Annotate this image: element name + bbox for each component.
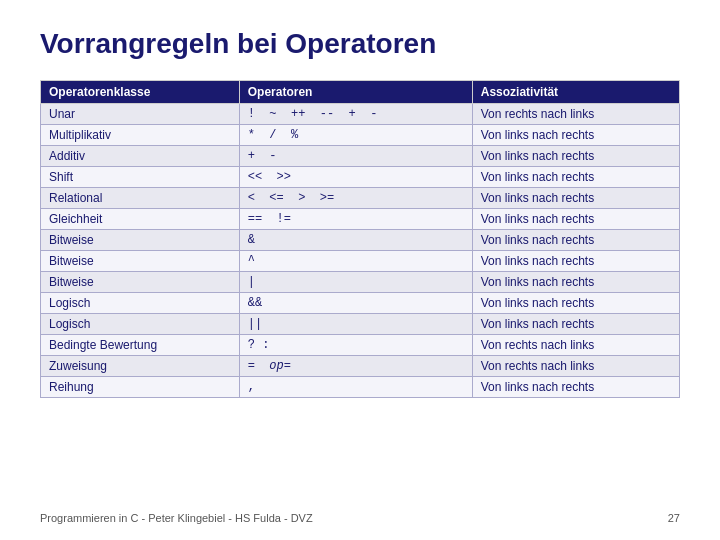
cell-class: Unar bbox=[41, 104, 240, 125]
table-row: Gleichheit== !=Von links nach rechts bbox=[41, 209, 680, 230]
cell-assoc: Von rechts nach links bbox=[472, 104, 679, 125]
cell-assoc: Von links nach rechts bbox=[472, 188, 679, 209]
cell-class: Bedingte Bewertung bbox=[41, 335, 240, 356]
col-header-operators: Operatoren bbox=[239, 81, 472, 104]
cell-assoc: Von links nach rechts bbox=[472, 230, 679, 251]
cell-class: Bitweise bbox=[41, 230, 240, 251]
cell-operators: | bbox=[239, 272, 472, 293]
cell-assoc: Von rechts nach links bbox=[472, 335, 679, 356]
cell-class: Relational bbox=[41, 188, 240, 209]
table-row: Shift<< >>Von links nach rechts bbox=[41, 167, 680, 188]
table-row: Multiplikativ* / %Von links nach rechts bbox=[41, 125, 680, 146]
operators-table: Operatorenklasse Operatoren Assoziativit… bbox=[40, 80, 680, 398]
col-header-assoc: Assoziativität bbox=[472, 81, 679, 104]
table-row: Zuweisung= op=Von rechts nach links bbox=[41, 356, 680, 377]
table-row: Bedingte Bewertung? :Von rechts nach lin… bbox=[41, 335, 680, 356]
table-row: Bitweise|Von links nach rechts bbox=[41, 272, 680, 293]
cell-operators: , bbox=[239, 377, 472, 398]
table-row: Relational< <= > >=Von links nach rechts bbox=[41, 188, 680, 209]
cell-operators: || bbox=[239, 314, 472, 335]
cell-assoc: Von links nach rechts bbox=[472, 251, 679, 272]
cell-assoc: Von links nach rechts bbox=[472, 167, 679, 188]
footer: Programmieren in C - Peter Klingebiel - … bbox=[40, 512, 680, 524]
cell-operators: * / % bbox=[239, 125, 472, 146]
cell-assoc: Von links nach rechts bbox=[472, 272, 679, 293]
footer-right: 27 bbox=[668, 512, 680, 524]
cell-class: Multiplikativ bbox=[41, 125, 240, 146]
cell-operators: && bbox=[239, 293, 472, 314]
cell-assoc: Von links nach rechts bbox=[472, 125, 679, 146]
table-row: Logisch||Von links nach rechts bbox=[41, 314, 680, 335]
cell-operators: == != bbox=[239, 209, 472, 230]
cell-assoc: Von links nach rechts bbox=[472, 293, 679, 314]
cell-assoc: Von rechts nach links bbox=[472, 356, 679, 377]
cell-operators: << >> bbox=[239, 167, 472, 188]
cell-class: Additiv bbox=[41, 146, 240, 167]
table-header-row: Operatorenklasse Operatoren Assoziativit… bbox=[41, 81, 680, 104]
cell-assoc: Von links nach rechts bbox=[472, 146, 679, 167]
table-row: Bitweise&Von links nach rechts bbox=[41, 230, 680, 251]
cell-operators: = op= bbox=[239, 356, 472, 377]
cell-class: Bitweise bbox=[41, 272, 240, 293]
table-body: Unar! ~ ++ -- + -Von rechts nach linksMu… bbox=[41, 104, 680, 398]
table-row: Logisch&&Von links nach rechts bbox=[41, 293, 680, 314]
page-title: Vorrangregeln bei Operatoren bbox=[40, 28, 680, 60]
cell-operators: ! ~ ++ -- + - bbox=[239, 104, 472, 125]
cell-operators: ^ bbox=[239, 251, 472, 272]
cell-class: Shift bbox=[41, 167, 240, 188]
cell-assoc: Von links nach rechts bbox=[472, 314, 679, 335]
cell-class: Bitweise bbox=[41, 251, 240, 272]
footer-left: Programmieren in C - Peter Klingebiel - … bbox=[40, 512, 313, 524]
table-row: Unar! ~ ++ -- + -Von rechts nach links bbox=[41, 104, 680, 125]
table-row: Additiv+ -Von links nach rechts bbox=[41, 146, 680, 167]
cell-operators: < <= > >= bbox=[239, 188, 472, 209]
cell-class: Reihung bbox=[41, 377, 240, 398]
cell-class: Gleichheit bbox=[41, 209, 240, 230]
cell-class: Zuweisung bbox=[41, 356, 240, 377]
cell-operators: + - bbox=[239, 146, 472, 167]
cell-operators: ? : bbox=[239, 335, 472, 356]
table-row: Bitweise^Von links nach rechts bbox=[41, 251, 680, 272]
cell-assoc: Von links nach rechts bbox=[472, 209, 679, 230]
page: Vorrangregeln bei Operatoren Operatorenk… bbox=[0, 0, 720, 418]
cell-class: Logisch bbox=[41, 314, 240, 335]
table-row: Reihung,Von links nach rechts bbox=[41, 377, 680, 398]
cell-class: Logisch bbox=[41, 293, 240, 314]
cell-operators: & bbox=[239, 230, 472, 251]
col-header-class: Operatorenklasse bbox=[41, 81, 240, 104]
cell-assoc: Von links nach rechts bbox=[472, 377, 679, 398]
